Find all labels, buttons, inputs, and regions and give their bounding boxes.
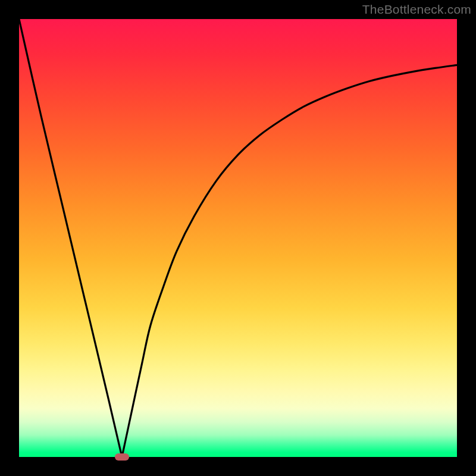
plot-area <box>19 19 457 457</box>
watermark-text: TheBottleneck.com <box>362 2 471 17</box>
bottleneck-curve <box>19 19 457 457</box>
chart-frame: TheBottleneck.com <box>0 0 476 476</box>
optimal-point-marker <box>115 453 129 461</box>
